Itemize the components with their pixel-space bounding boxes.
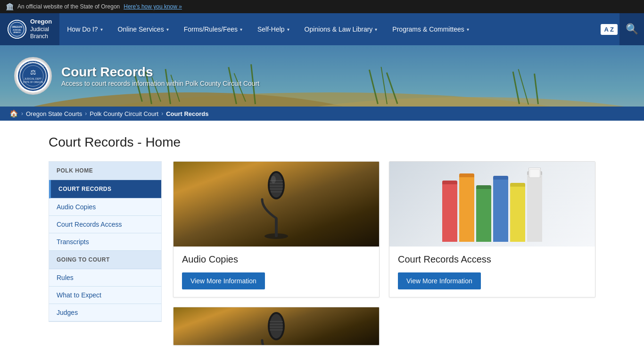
nav-opinions-law-library[interactable]: Opinions & Law Library ▾: [297, 13, 385, 45]
card-title-court-records-access: Court Records Access: [398, 254, 586, 265]
folder-yellow: [510, 183, 525, 242]
logo-seal: OREGON JUDICIAL BRANCH: [8, 20, 26, 39]
nav-how-do-i[interactable]: How Do I? ▾: [59, 13, 110, 45]
nav-self-help[interactable]: Self-Help ▾: [250, 13, 297, 45]
card-image-microphone: [173, 162, 379, 247]
main-navigation: OREGON JUDICIAL BRANCH Oregon Judicial B…: [0, 13, 644, 45]
sidebar-item-what-to-expect[interactable]: What to Expect: [49, 287, 161, 304]
hero-seal-svg: ⚖ JUDICIAL DEPT STATE OF OREGON OFFICIAL…: [16, 58, 50, 93]
top-bar: 🏛️ An official website of the State of O…: [0, 0, 644, 13]
main-content: Court Records - Home POLK HOME COURT REC…: [39, 121, 605, 360]
home-icon[interactable]: 🏠: [9, 109, 18, 118]
card-court-records-access: Court Records Access View More Informati…: [389, 161, 595, 297]
card-btn-audio-copies[interactable]: View More Information: [182, 272, 265, 289]
folders-visual: [442, 166, 542, 242]
search-icon: 🔍: [626, 23, 638, 35]
breadcrumb-oregon-courts[interactable]: Oregon State Courts: [26, 110, 82, 117]
nav-right: A︎ Z︎ 🔍: [601, 13, 644, 45]
dropdown-arrow: ▾: [166, 27, 169, 32]
logo-text: Oregon Judicial Branch: [30, 18, 52, 41]
nav-items: How Do I? ▾ Online Services ▾ Forms/Rule…: [59, 13, 600, 45]
card-audio-copies: Audio Copies View More Information: [173, 161, 380, 297]
dropdown-arrow: ▾: [375, 27, 377, 32]
card-image-microphone2: [173, 307, 379, 345]
hero-subtitle: Access to court records information with…: [61, 80, 259, 87]
sidebar-item-judges[interactable]: Judges: [49, 304, 161, 321]
hero-seal: ⚖ JUDICIAL DEPT STATE OF OREGON OFFICIAL…: [14, 57, 52, 95]
card-image-folders: [389, 162, 595, 247]
svg-point-45: [270, 314, 283, 338]
folder-orange: [459, 173, 474, 242]
seal-svg: OREGON JUDICIAL BRANCH: [8, 20, 26, 39]
svg-text:⚖: ⚖: [30, 68, 36, 76]
nav-online-services[interactable]: Online Services ▾: [110, 13, 176, 45]
translate-button[interactable]: A︎ Z︎: [601, 24, 618, 35]
content-layout: POLK HOME COURT RECORDS Audio Copies Cou…: [49, 161, 595, 346]
sidebar-section-court-records[interactable]: COURT RECORDS: [49, 180, 161, 198]
breadcrumb-sep: ›: [21, 110, 23, 117]
breadcrumb-current: Court Records: [166, 110, 208, 117]
breadcrumb-bar: 🏠 › Oregon State Courts › Polk County Ci…: [0, 107, 644, 121]
folder-blue: [493, 176, 508, 242]
cards-area: Audio Copies View More Information: [173, 161, 595, 346]
svg-text:BRANCH: BRANCH: [13, 32, 21, 33]
card-transcripts: [173, 307, 380, 346]
dropdown-arrow: ▾: [100, 27, 103, 32]
hero-title: Court Records: [61, 65, 259, 80]
card-btn-court-records-access[interactable]: View More Information: [398, 272, 481, 289]
nav-logo[interactable]: OREGON JUDICIAL BRANCH Oregon Judicial B…: [0, 13, 59, 45]
nav-programs-committees[interactable]: Programs & Committees ▾: [385, 13, 476, 45]
official-text: An official website of the State of Oreg…: [17, 3, 120, 10]
search-button[interactable]: 🔍: [619, 13, 644, 45]
sidebar-item-court-records-access[interactable]: Court Records Access: [49, 216, 161, 233]
page-title: Court Records - Home: [49, 135, 595, 150]
svg-text:OREGON: OREGON: [12, 25, 23, 28]
folder-white: [527, 171, 542, 242]
hero-content: ⚖ JUDICIAL DEPT STATE OF OREGON OFFICIAL…: [0, 45, 644, 107]
sidebar-item-rules[interactable]: Rules: [49, 269, 161, 287]
card-body: Court Records Access View More Informati…: [389, 247, 595, 297]
svg-text:STATE OF OREGON: STATE OF OREGON: [23, 81, 43, 83]
svg-rect-33: [275, 218, 278, 237]
folder-red: [442, 181, 457, 242]
sidebar: POLK HOME COURT RECORDS Audio Copies Cou…: [49, 161, 162, 322]
dropdown-arrow: ▾: [287, 27, 289, 32]
dropdown-arrow: ▾: [467, 27, 469, 32]
flag-icon: 🏛️: [6, 3, 14, 10]
breadcrumb-sep: ›: [161, 110, 163, 117]
hero-text: Court Records Access to court records in…: [61, 65, 259, 87]
sidebar-section-polk-home[interactable]: POLK HOME: [49, 162, 161, 180]
microphone-svg: [253, 166, 300, 242]
folder-green: [476, 185, 491, 242]
breadcrumb-sep: ›: [85, 110, 87, 117]
hero-section: ⚖ JUDICIAL DEPT STATE OF OREGON OFFICIAL…: [0, 45, 644, 121]
sidebar-section-going-to-court[interactable]: GOING TO COURT: [49, 251, 161, 269]
svg-text:JUDICIAL: JUDICIAL: [13, 29, 22, 31]
breadcrumb-polk-county[interactable]: Polk County Circuit Court: [90, 110, 158, 117]
svg-point-41: [271, 176, 276, 183]
dropdown-arrow: ▾: [240, 27, 242, 32]
svg-point-35: [270, 173, 283, 197]
sidebar-item-audio-copies[interactable]: Audio Copies: [49, 198, 161, 216]
how-to-know-link[interactable]: Here's how you know »: [124, 3, 182, 10]
svg-text:JUDICIAL DEPT: JUDICIAL DEPT: [25, 77, 42, 80]
nav-forms-rules-fees[interactable]: Forms/Rules/Fees ▾: [176, 13, 250, 45]
sidebar-item-transcripts[interactable]: Transcripts: [49, 233, 161, 251]
card-body: Audio Copies View More Information: [173, 247, 379, 297]
microphone-svg-2: [253, 307, 300, 345]
card-title-audio-copies: Audio Copies: [182, 254, 371, 265]
